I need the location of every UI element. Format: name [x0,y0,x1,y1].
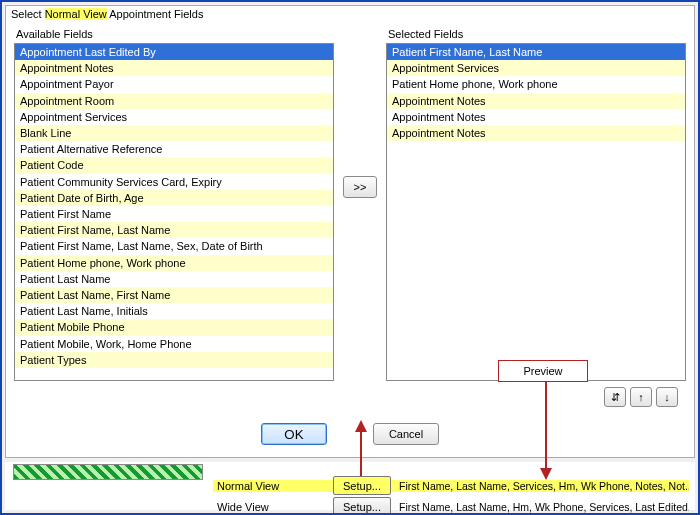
move-right-button[interactable]: >> [343,176,377,198]
columns: Available Fields Appointment Last Edited… [6,22,694,413]
list-item[interactable]: Patient Date of Birth, Age [15,190,333,206]
list-item[interactable]: Patient First Name, Last Name, Sex, Date… [15,238,333,254]
title-suffix: Appointment Fields [107,8,204,20]
title-prefix: Select [11,8,45,20]
list-item[interactable]: Appointment Notes [387,125,685,141]
move-up-button[interactable]: ↑ [630,387,652,407]
list-item[interactable]: Patient Code [15,157,333,173]
normal-view-setup-button[interactable]: Setup... [333,476,391,495]
selected-column: Selected Fields Patient First Name, Last… [386,26,686,413]
list-item[interactable]: Patient First Name, Last Name [387,44,685,60]
move-down-button[interactable]: ↓ [656,387,678,407]
wide-view-setup-button[interactable]: Setup... [333,497,391,515]
wide-view-label: Wide View [213,501,333,513]
preview-callout: Preview [498,360,588,382]
normal-view-preview: First Name, Last Name, Services, Hm, Wk … [391,480,689,492]
list-item[interactable]: Patient Last Name, First Name [15,287,333,303]
list-item[interactable]: Patient Home phone, Work phone [387,76,685,92]
sort-alpha-button[interactable]: ⇵ [604,387,626,407]
dialog-button-row: OK Cancel [6,413,694,457]
list-item[interactable]: Patient Home phone, Work phone [15,255,333,271]
normal-view-row: Normal View Setup... First Name, Last Na… [213,475,689,496]
list-item[interactable]: Patient First Name, Last Name [15,222,333,238]
list-item[interactable]: Appointment Payor [15,76,333,92]
list-item[interactable]: Appointment Services [387,60,685,76]
bottom-area: Normal View Setup... First Name, Last Na… [5,462,695,510]
preview-callout-label: Preview [523,365,562,377]
list-item[interactable]: Blank Line [15,125,333,141]
list-item[interactable]: Patient Types [15,352,333,368]
field-selector-dialog: Select Normal View Appointment Fields Av… [5,5,695,458]
appointment-hatch [13,464,203,480]
list-item[interactable]: Appointment Last Edited By [15,44,333,60]
title-highlight: Normal View [45,8,107,20]
available-label: Available Fields [14,26,334,43]
ok-button[interactable]: OK [261,423,327,445]
list-item[interactable]: Patient Mobile Phone [15,319,333,335]
move-column: >> [340,26,380,413]
wide-view-preview: First Name, Last Name, Hm, Wk Phone, Ser… [391,501,689,513]
available-listbox[interactable]: Appointment Last Edited ByAppointment No… [14,43,334,381]
list-item[interactable]: Appointment Notes [387,109,685,125]
normal-view-label: Normal View [213,480,333,492]
list-item[interactable]: Patient First Name [15,206,333,222]
list-item[interactable]: Appointment Room [15,93,333,109]
dialog-title: Select Normal View Appointment Fields [6,6,694,22]
list-item[interactable]: Appointment Services [15,109,333,125]
list-item[interactable]: Appointment Notes [15,60,333,76]
list-item[interactable]: Patient Mobile, Work, Home Phone [15,336,333,352]
selected-listbox[interactable]: Patient First Name, Last NameAppointment… [386,43,686,381]
selected-label: Selected Fields [386,26,686,43]
cancel-button[interactable]: Cancel [373,423,439,445]
list-item[interactable]: Patient Last Name [15,271,333,287]
available-column: Available Fields Appointment Last Edited… [14,26,334,413]
list-item[interactable]: Patient Last Name, Initials [15,303,333,319]
list-item[interactable]: Appointment Notes [387,93,685,109]
list-item[interactable]: Patient Alternative Reference [15,141,333,157]
list-item[interactable]: Patient Community Services Card, Expiry [15,174,333,190]
sort-buttons: ⇵ ↑ ↓ [386,381,686,407]
view-rows: Normal View Setup... First Name, Last Na… [213,475,689,515]
wide-view-row: Wide View Setup... First Name, Last Name… [213,496,689,515]
